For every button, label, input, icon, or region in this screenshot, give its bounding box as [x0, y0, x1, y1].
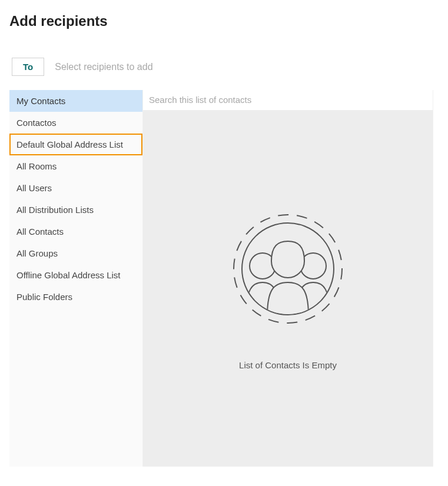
empty-message: List of Contacts Is Empty — [239, 360, 337, 370]
sidebar-item-all-contacts[interactable]: All Contacts — [9, 221, 142, 242]
recipient-bar: To — [9, 58, 448, 76]
sidebar-item-default-global-address-list[interactable]: Default Global Address List — [9, 134, 142, 155]
sidebar-item-all-distribution-lists[interactable]: All Distribution Lists — [9, 199, 142, 221]
empty-state: List of Contacts Is Empty — [143, 111, 433, 467]
search-input[interactable] — [149, 95, 427, 105]
picker-panel: My ContactsContactosDefault Global Addre… — [9, 90, 433, 467]
sidebar-item-contactos[interactable]: Contactos — [9, 112, 142, 134]
sidebar-item-all-rooms[interactable]: All Rooms — [9, 155, 142, 177]
search-strip — [143, 90, 433, 111]
recipients-input[interactable] — [55, 62, 448, 72]
empty-contacts-icon — [226, 207, 350, 331]
sidebar-item-all-groups[interactable]: All Groups — [9, 242, 142, 264]
contacts-main: List of Contacts Is Empty — [143, 90, 433, 467]
sidebar-item-my-contacts[interactable]: My Contacts — [9, 90, 142, 112]
page-title: Add recipients — [9, 13, 448, 29]
to-button[interactable]: To — [12, 58, 44, 76]
sidebar-item-offline-global-address-list[interactable]: Offline Global Address List — [9, 264, 142, 286]
address-list-sidebar: My ContactsContactosDefault Global Addre… — [9, 90, 143, 467]
sidebar-item-public-folders[interactable]: Public Folders — [9, 286, 142, 308]
sidebar-item-all-users[interactable]: All Users — [9, 177, 142, 199]
